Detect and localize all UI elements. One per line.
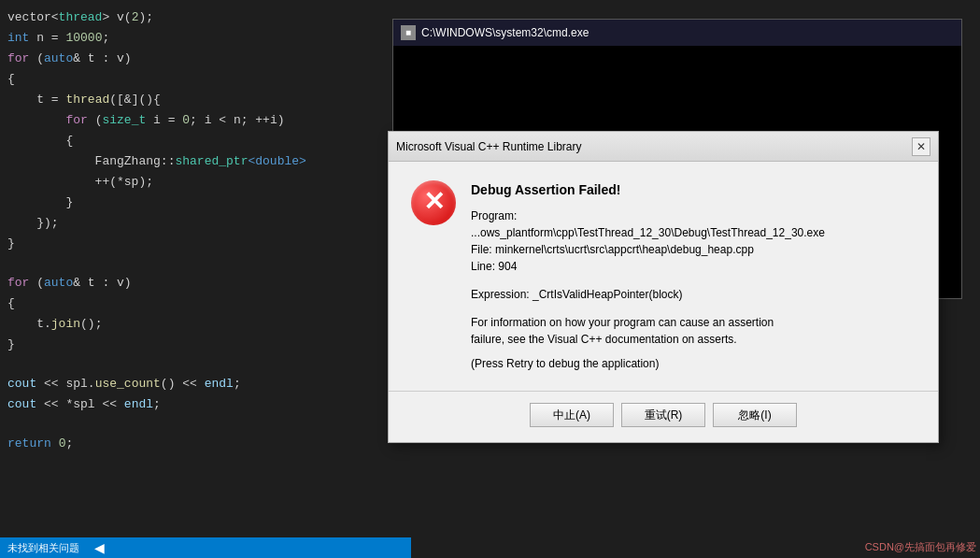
ignore-button[interactable]: 忽略(I) (713, 403, 797, 427)
code-line: FangZhang::shared_ptr<double> (0, 151, 411, 172)
code-line: cout << *spl << endl; (0, 394, 411, 415)
press-text: (Press Retry to debug the application) (471, 355, 916, 372)
code-line: return 0; (0, 434, 411, 454)
assertion-title: Debug Assertion Failed! (471, 180, 916, 200)
code-line: { (0, 131, 411, 151)
cmd-title: C:\WINDOWS\system32\cmd.exe (421, 26, 589, 39)
code-line: int n = 10000; (0, 28, 411, 49)
code-line (0, 355, 411, 374)
info-text: For information on how your program can … (471, 314, 916, 348)
code-line: } (0, 234, 411, 254)
line-label: Line: 904 (471, 258, 916, 275)
code-line (0, 415, 411, 434)
dialog-titlebar: Microsoft Visual C++ Runtime Library ✕ (389, 132, 938, 162)
code-line: { (0, 69, 411, 90)
code-line: t = thread([&](){ (0, 90, 411, 110)
abort-button[interactable]: 中止(A) (530, 403, 614, 427)
code-line: } (0, 193, 411, 213)
dialog-close-button[interactable]: ✕ (912, 137, 930, 156)
error-icon: ✕ (411, 180, 456, 225)
expression: Expression: _CrtIsValidHeapPointer(block… (471, 286, 916, 303)
program-info: Program: ...ows_plantform\cpp\TestThread… (471, 207, 916, 275)
code-line: for (auto& t : v) (0, 49, 411, 69)
code-line: for (size_t i = 0; i < n; ++i) (0, 110, 411, 131)
code-line (0, 254, 411, 273)
cmd-icon: ■ (401, 25, 416, 40)
dialog-footer: 中止(A) 重试(R) 忽略(I) (389, 391, 938, 442)
error-circle: ✕ (411, 180, 456, 225)
status-text: 未找到相关问题 (7, 541, 79, 555)
code-line: }); (0, 213, 411, 234)
code-line: vector<thread> v(2); (0, 7, 411, 28)
status-nav-prev[interactable]: ◀ (91, 540, 108, 555)
retry-button[interactable]: 重试(R) (621, 403, 705, 427)
program-path: ...ows_plantform\cpp\TestThread_12_30\De… (471, 224, 916, 241)
code-editor: vector<thread> v(2); int n = 10000; for … (0, 0, 411, 558)
program-label: Program: (471, 207, 916, 224)
error-dialog: Microsoft Visual C++ Runtime Library ✕ ✕… (388, 131, 939, 443)
code-line: ++(*sp); (0, 172, 411, 193)
code-line: t.join(); (0, 314, 411, 335)
code-line: { (0, 293, 411, 314)
file-label: File: minkernel\crts\ucrt\src\appcrt\hea… (471, 241, 916, 258)
dialog-text-content: Debug Assertion Failed! Program: ...ows_… (471, 180, 916, 372)
code-line: for (auto& t : v) (0, 273, 411, 293)
code-line: cout << spl.use_count() << endl; (0, 374, 411, 394)
code-line: } (0, 335, 411, 355)
watermark: CSDN@先搞面包再修爱 (865, 540, 976, 554)
cmd-titlebar: ■ C:\WINDOWS\system32\cmd.exe (393, 20, 961, 46)
status-bar: 未找到相关问题 ◀ (0, 537, 411, 558)
dialog-body: ✕ Debug Assertion Failed! Program: ...ow… (389, 162, 938, 391)
dialog-title: Microsoft Visual C++ Runtime Library (396, 140, 582, 153)
